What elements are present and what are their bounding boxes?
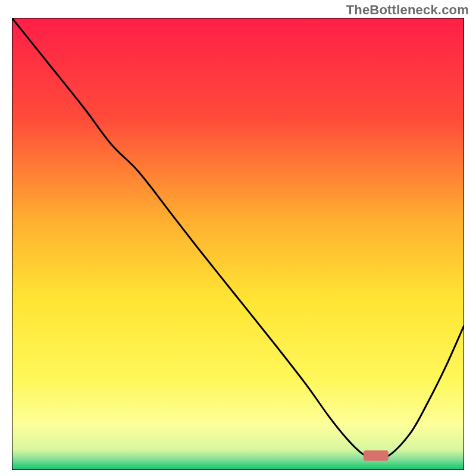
chart-svg bbox=[12, 18, 464, 470]
watermark-text: TheBottleneck.com bbox=[346, 2, 469, 18]
target-marker bbox=[364, 450, 389, 461]
bottleneck-chart bbox=[12, 18, 464, 470]
gradient-background bbox=[12, 18, 464, 470]
